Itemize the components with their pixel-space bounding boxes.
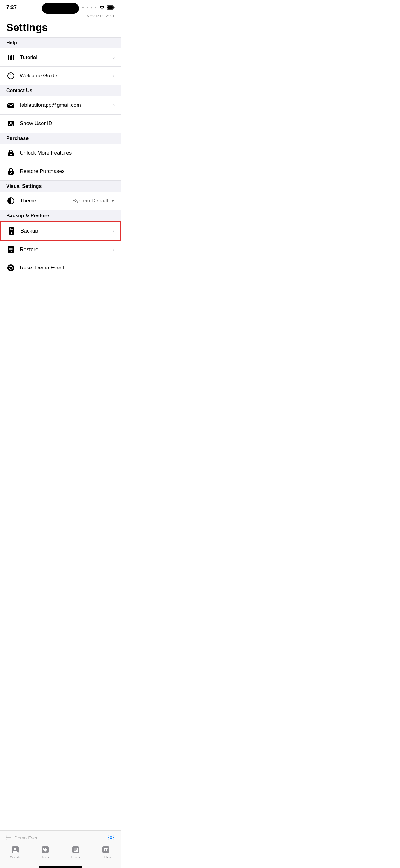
id-card-icon (6, 119, 15, 128)
email-chevron: › (113, 102, 115, 108)
email-label: tabletailorapp@gmail.com (20, 102, 113, 108)
reset-demo-label: Reset Demo Event (20, 265, 115, 271)
svg-rect-2 (114, 6, 115, 8)
svg-point-17 (7, 265, 14, 271)
info-circle-icon (6, 71, 15, 81)
list-item-backup[interactable]: Backup › (1, 222, 120, 240)
lock-plus-icon (6, 148, 15, 158)
backup-label: Backup (21, 228, 112, 234)
section-header-purchase: Purchase (0, 133, 121, 144)
svg-point-9 (10, 122, 12, 124)
lock-check-icon (6, 167, 15, 176)
settings-content: Help Tutorial › Welcome Guide › Contact … (0, 37, 121, 318)
section-header-help: Help (0, 37, 121, 49)
file-down-icon (7, 226, 16, 236)
status-time: 7:27 (6, 4, 17, 10)
welcome-guide-label: Welcome Guide (20, 73, 113, 79)
svg-point-6 (10, 74, 11, 74)
svg-point-0 (102, 9, 102, 10)
list-item-restore[interactable]: Restore › (0, 241, 121, 259)
section-header-contact: Contact Us (0, 85, 121, 96)
restore-purchases-label: Restore Purchases (20, 168, 115, 175)
signal-icon: ● ● ● ● (82, 6, 97, 9)
tutorial-label: Tutorial (20, 54, 113, 61)
envelope-icon (6, 101, 15, 110)
battery-icon (107, 5, 115, 10)
restore-label: Restore (20, 247, 113, 253)
svg-rect-13 (8, 171, 14, 175)
list-item-user-id[interactable]: Show User ID (0, 115, 121, 133)
page-title: Settings (0, 20, 121, 37)
list-item-unlock-features[interactable]: Unlock More Features (0, 144, 121, 162)
list-item-theme[interactable]: Theme System Default ▼ (0, 192, 121, 210)
section-header-backup: Backup & Restore (0, 210, 121, 221)
wifi-icon (99, 5, 105, 10)
status-icons: ● ● ● ● (82, 5, 115, 10)
restore-chevron: › (113, 247, 115, 252)
tutorial-chevron: › (113, 55, 115, 60)
theme-value: System Default (72, 198, 108, 204)
file-up-icon (6, 245, 15, 254)
list-item-welcome-guide[interactable]: Welcome Guide › (0, 67, 121, 85)
welcome-guide-chevron: › (113, 73, 115, 79)
user-id-label: Show User ID (20, 120, 115, 127)
backup-chevron: › (112, 228, 114, 234)
book-icon (6, 53, 15, 62)
list-item-tutorial[interactable]: Tutorial › (0, 49, 121, 67)
refresh-circle-icon (6, 263, 15, 273)
svg-rect-7 (7, 103, 14, 108)
list-item-reset-demo[interactable]: Reset Demo Event (0, 259, 121, 277)
theme-label: Theme (20, 198, 72, 204)
section-header-visual: Visual Settings (0, 181, 121, 192)
list-item-restore-purchases[interactable]: Restore Purchases (0, 162, 121, 181)
half-circle-icon (6, 196, 15, 206)
svg-rect-3 (107, 6, 113, 9)
notch (42, 3, 79, 14)
unlock-features-label: Unlock More Features (20, 150, 115, 156)
list-item-email[interactable]: tabletailorapp@gmail.com › (0, 96, 121, 115)
status-bar: 7:27 ● ● ● ● (0, 0, 121, 12)
theme-dropdown-arrow: ▼ (111, 199, 115, 203)
